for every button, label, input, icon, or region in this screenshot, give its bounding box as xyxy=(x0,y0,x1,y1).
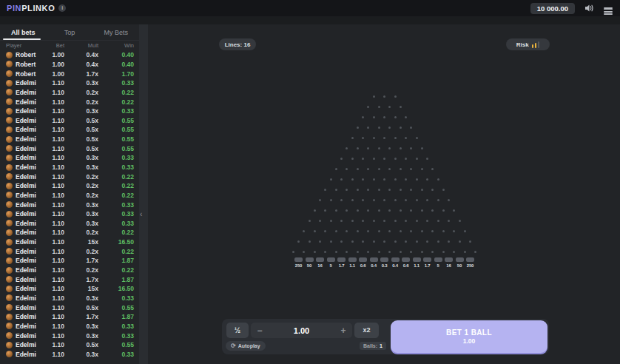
peg xyxy=(340,158,343,160)
peg xyxy=(388,147,391,149)
tab-all-bets[interactable]: All bets xyxy=(0,24,47,40)
peg xyxy=(378,168,380,170)
peg xyxy=(330,199,332,201)
peg xyxy=(442,251,445,253)
player-name: Edelmira xyxy=(16,248,36,255)
logo-plinko: PLINKO xyxy=(21,4,55,13)
win-value: 0.22 xyxy=(98,248,134,255)
peg xyxy=(394,95,397,98)
peg xyxy=(378,106,380,108)
info-icon[interactable]: i xyxy=(58,4,66,12)
tab-my-bets[interactable]: My Bets xyxy=(92,24,139,40)
peg xyxy=(319,199,321,201)
bet-amount-value[interactable]: 1.00 xyxy=(269,326,334,335)
peg xyxy=(367,147,369,149)
bet-row: Edelmira1.100.3x0.33 xyxy=(0,153,139,163)
player-avatar xyxy=(6,201,13,208)
peg xyxy=(437,199,439,201)
bet-row: Edelmira1.100.3x0.33 xyxy=(0,78,139,88)
player-name: Edelmira xyxy=(16,126,36,133)
peg xyxy=(362,158,364,160)
mult-value: 0.3x xyxy=(64,210,98,218)
bet-row: Edelmira1.100.5x0.55 xyxy=(0,115,139,125)
win-value: 0.22 xyxy=(98,182,134,189)
win-value: 1.87 xyxy=(98,313,134,320)
menu-icon[interactable] xyxy=(604,7,613,10)
bet-button-title: BET 1 BALL xyxy=(446,328,492,337)
peg xyxy=(421,147,423,149)
player-name: Edelmira xyxy=(16,145,36,152)
peg xyxy=(367,230,369,232)
peg xyxy=(421,251,423,253)
player-name: Edelmira xyxy=(16,135,36,143)
peg xyxy=(373,116,375,118)
collapse-sidebar-icon[interactable]: ‹ xyxy=(140,211,142,218)
multiplier-slot xyxy=(348,257,357,262)
peg xyxy=(351,240,354,243)
bet-value: 1.10 xyxy=(36,266,64,274)
peg xyxy=(410,147,412,149)
multiplier-slot xyxy=(294,257,303,262)
win-value: 0.33 xyxy=(98,210,134,218)
sound-icon[interactable] xyxy=(584,4,594,13)
player-avatar xyxy=(6,286,13,292)
peg xyxy=(309,220,311,222)
player-avatar xyxy=(6,257,13,264)
peg xyxy=(378,127,380,129)
bet-row: Edelmira1.1015x16.50 xyxy=(0,237,139,247)
mult-value: 15x xyxy=(64,285,98,292)
peg xyxy=(314,251,316,253)
player-avatar xyxy=(6,183,13,189)
peg xyxy=(362,220,364,222)
bet-value: 1.10 xyxy=(36,164,64,171)
player-name: Edelmira xyxy=(16,164,36,171)
player-name: Edelmira xyxy=(16,294,36,302)
bet-row: Edelmira1.100.2x0.22 xyxy=(0,88,139,98)
bet-button[interactable]: BET 1 BALL 1.00 xyxy=(391,320,547,353)
peg xyxy=(357,127,359,129)
mult-value: 0.4x xyxy=(64,51,98,58)
player-name: Edelmira xyxy=(16,89,36,96)
peg xyxy=(383,137,385,139)
half-bet-button[interactable]: ½ xyxy=(226,323,249,338)
win-value: 0.22 xyxy=(98,229,134,236)
win-value: 0.33 xyxy=(98,294,134,302)
autoplay-button[interactable]: ⟳ Autoplay xyxy=(226,341,266,351)
peg xyxy=(394,116,397,118)
bet-value: 1.10 xyxy=(36,313,64,320)
peg xyxy=(367,209,369,212)
mult-value: 0.5x xyxy=(64,126,98,133)
peg xyxy=(340,199,343,201)
player-name: Edelmira xyxy=(16,117,36,124)
double-bet-button[interactable]: x2 xyxy=(354,323,379,338)
peg xyxy=(362,240,364,243)
bet-row: Edelmira1.1015x16.50 xyxy=(0,284,139,294)
peg xyxy=(388,106,391,108)
win-value: 0.55 xyxy=(98,341,134,348)
peg xyxy=(469,240,471,243)
player-avatar xyxy=(6,192,13,198)
peg xyxy=(421,230,423,232)
win-value: 0.22 xyxy=(98,266,134,274)
peg xyxy=(410,189,412,191)
mult-value: 1.7x xyxy=(64,276,98,283)
peg xyxy=(405,137,407,139)
bet-amount-field: − 1.00 + xyxy=(251,323,352,338)
bet-row: Edelmira1.101.7x1.87 xyxy=(0,256,139,266)
decrease-bet-button[interactable]: − xyxy=(251,326,269,336)
win-value: 1.70 xyxy=(98,70,134,78)
win-value: 1.87 xyxy=(98,257,134,264)
increase-bet-button[interactable]: + xyxy=(334,326,352,336)
peg xyxy=(362,178,364,181)
bet-value: 1.10 xyxy=(36,294,64,302)
peg xyxy=(388,230,391,232)
player-avatar xyxy=(6,351,13,357)
peg xyxy=(303,251,305,253)
peg xyxy=(373,95,375,98)
player-avatar xyxy=(6,173,13,180)
top-bar: PINPLINKO i 10 000.00 xyxy=(0,0,620,16)
tab-top[interactable]: Top xyxy=(47,24,93,40)
multiplier-slot xyxy=(327,257,335,262)
player-name: Edelmira xyxy=(16,285,36,292)
win-value: 0.55 xyxy=(98,304,134,311)
